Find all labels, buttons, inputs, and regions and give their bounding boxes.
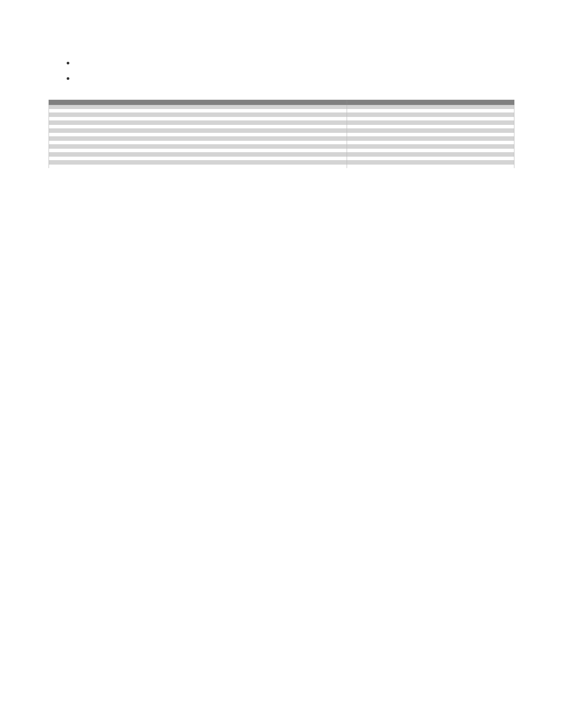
cell-action (49, 121, 347, 125)
cell-action (49, 153, 347, 157)
cell-press (347, 121, 514, 125)
cell-press (347, 141, 514, 145)
table-row (49, 109, 514, 113)
document-page (0, 0, 563, 195)
table-row (49, 117, 514, 121)
table-row (49, 113, 514, 117)
cell-press (347, 105, 514, 109)
cell-press (347, 137, 514, 141)
table-row (49, 105, 514, 109)
col-header-press (347, 100, 514, 105)
cell-press (347, 117, 514, 121)
cell-action (49, 161, 347, 165)
table-row (49, 129, 514, 133)
cell-press (347, 145, 514, 149)
table-row (49, 157, 514, 161)
table-row (49, 161, 514, 165)
shortcuts-table (49, 100, 514, 168)
cell-action (49, 105, 347, 109)
cell-action (49, 129, 347, 133)
cell-press (347, 165, 514, 169)
cell-press (347, 129, 514, 133)
cell-action (49, 117, 347, 121)
table-row (49, 125, 514, 129)
cell-press (347, 125, 514, 129)
cell-action (49, 133, 347, 137)
cell-press (347, 157, 514, 161)
table-row (49, 133, 514, 137)
cell-press (347, 161, 514, 165)
cell-action (49, 125, 347, 129)
cell-action (49, 157, 347, 161)
notes-list (49, 56, 514, 85)
cell-action (49, 137, 347, 141)
cell-press (347, 149, 514, 153)
cell-action (49, 109, 347, 113)
cell-press (347, 109, 514, 113)
cell-action (49, 165, 347, 169)
table-row (49, 121, 514, 125)
table-row (49, 137, 514, 141)
table-row (49, 141, 514, 145)
notes-item (75, 72, 514, 85)
table-header-row (49, 100, 514, 105)
table-row (49, 165, 514, 169)
table-row (49, 153, 514, 157)
cell-press (347, 133, 514, 137)
cell-press (347, 153, 514, 157)
shortcuts-table-body (49, 105, 514, 169)
cell-action (49, 145, 347, 149)
table-row (49, 145, 514, 149)
cell-action (49, 113, 347, 117)
col-header-action (49, 100, 347, 105)
cell-action (49, 141, 347, 145)
notes-item (75, 56, 514, 69)
cell-press (347, 113, 514, 117)
table-row (49, 149, 514, 153)
cell-action (49, 149, 347, 153)
